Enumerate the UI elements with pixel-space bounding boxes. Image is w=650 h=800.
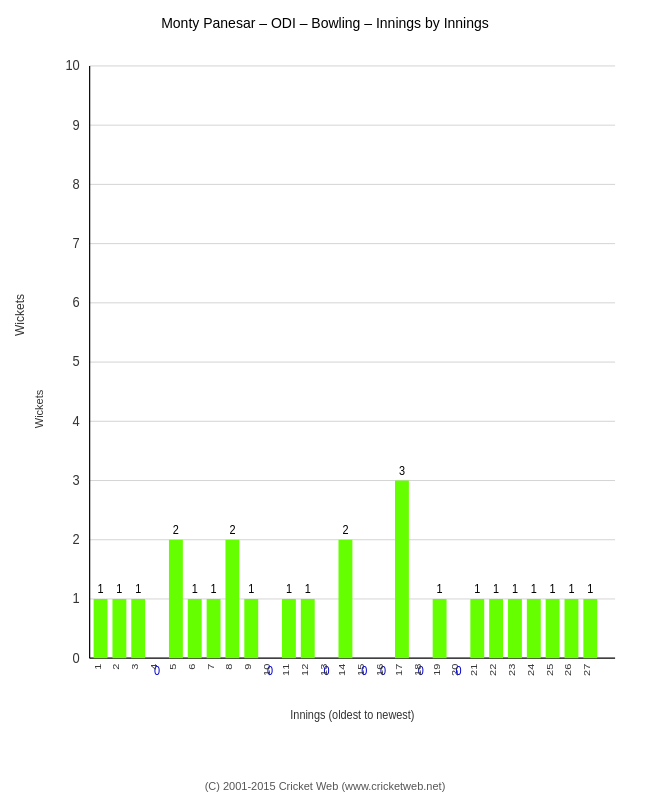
svg-text:1: 1 [98,583,104,596]
svg-text:10: 10 [65,58,80,74]
svg-text:16: 16 [375,663,385,675]
svg-text:19: 19 [431,663,441,675]
svg-text:1: 1 [73,591,80,607]
svg-text:7: 7 [205,663,215,669]
bar-2 [112,599,126,658]
bar-7 [207,599,221,658]
svg-text:Innings (oldest to newest): Innings (oldest to newest) [290,708,414,721]
svg-text:1: 1 [474,583,480,596]
chart-svg: 10 9 8 7 6 5 4 [50,44,625,724]
svg-text:2: 2 [73,532,80,548]
svg-text:1: 1 [92,663,102,669]
svg-text:1: 1 [587,583,593,596]
bar-3 [131,599,145,658]
svg-text:14: 14 [337,663,347,675]
y-axis-label: Wickets [33,390,45,429]
svg-text:1: 1 [116,583,122,596]
svg-text:24: 24 [525,663,535,675]
svg-text:21: 21 [469,663,479,675]
bar-26 [565,599,579,658]
svg-text:23: 23 [506,663,516,675]
bar-23 [508,599,522,658]
svg-text:5: 5 [73,354,80,370]
svg-text:3: 3 [73,472,80,488]
bar-11 [282,599,296,658]
svg-text:9: 9 [73,117,80,133]
bar-17 [395,481,409,659]
svg-text:1: 1 [286,583,292,596]
svg-text:2: 2 [173,524,179,537]
bar-6 [188,599,202,658]
bar-21 [470,599,484,658]
svg-text:2: 2 [229,524,235,537]
chart-title: Monty Panesar – ODI – Bowling – Innings … [10,10,640,31]
bar-19 [433,599,447,658]
svg-text:2: 2 [342,524,348,537]
svg-text:25: 25 [544,663,554,675]
chart-container: Monty Panesar – ODI – Bowling – Innings … [0,0,650,800]
bar-5 [169,540,183,658]
svg-text:1: 1 [305,583,311,596]
svg-text:17: 17 [393,663,403,675]
svg-text:1: 1 [192,583,198,596]
svg-text:4: 4 [149,663,159,669]
svg-text:1: 1 [437,583,443,596]
svg-text:11: 11 [280,663,290,675]
svg-text:5: 5 [167,663,177,669]
svg-text:1: 1 [568,583,574,596]
svg-text:1: 1 [248,583,254,596]
svg-text:4: 4 [73,413,81,429]
bar-14 [338,540,352,658]
bar-25 [546,599,560,658]
svg-text:8: 8 [224,663,234,669]
svg-text:1: 1 [135,583,141,596]
svg-text:15: 15 [356,663,366,675]
svg-text:8: 8 [73,176,80,192]
svg-text:3: 3 [399,465,405,478]
svg-text:12: 12 [299,663,309,675]
bar-8 [225,540,239,658]
footer-text: (C) 2001-2015 Cricket Web (www.cricketwe… [0,780,650,792]
bar-22 [489,599,503,658]
svg-text:1: 1 [211,583,217,596]
svg-text:1: 1 [550,583,556,596]
bar-9 [244,599,258,658]
svg-text:20: 20 [450,663,460,675]
svg-text:6: 6 [73,295,80,311]
svg-text:1: 1 [493,583,499,596]
svg-text:6: 6 [186,663,196,669]
y-axis-label-div: Wickets [13,316,27,336]
bar-1 [94,599,108,658]
svg-text:27: 27 [582,663,592,675]
svg-text:7: 7 [73,235,80,251]
svg-text:0: 0 [73,650,81,666]
svg-text:18: 18 [412,663,422,675]
bar-24 [527,599,541,658]
svg-text:22: 22 [488,663,498,675]
svg-text:3: 3 [130,663,140,669]
svg-text:10: 10 [262,663,272,675]
svg-text:1: 1 [512,583,518,596]
bar-12 [301,599,315,658]
svg-text:2: 2 [111,663,121,669]
svg-text:9: 9 [243,663,253,669]
svg-text:13: 13 [318,663,328,675]
svg-text:1: 1 [531,583,537,596]
svg-text:26: 26 [563,663,573,675]
bar-27 [583,599,597,658]
